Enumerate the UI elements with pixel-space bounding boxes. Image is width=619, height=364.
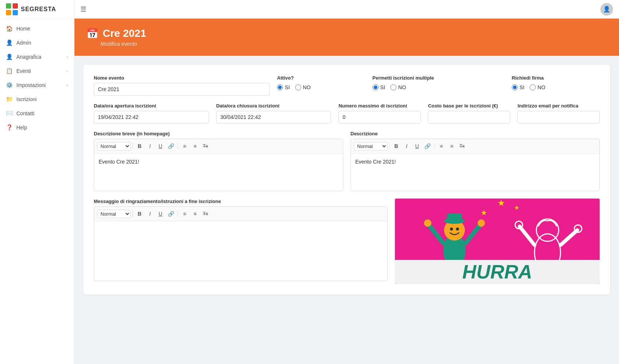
attivo-si-label[interactable]: SI [277,84,290,90]
contatti-icon: ✉️ [6,110,13,117]
descrizione-col: Descrizione Normal Heading 1 Heading 2 B… [351,131,600,191]
data-chiusura-input[interactable] [216,111,331,123]
format-select-1[interactable]: Normal Heading 1 Heading 2 [97,142,131,151]
costo-base-label: Costo base per le iscrizioni (€) [428,103,510,109]
permetti-no-label[interactable]: NO [390,84,406,90]
bold-button-2[interactable]: B [392,141,401,151]
clear-button-1[interactable]: Tx [201,141,210,151]
link-button-1[interactable]: 🔗 [166,141,176,151]
bold-button-3[interactable]: B [135,209,144,219]
svg-point-10 [424,219,431,227]
attivo-radio-group: SI NO [277,84,365,90]
ul-button-1[interactable]: ≡ [190,141,200,151]
hurra-image-col: HURRA ★ ★ ★ [395,199,600,284]
richiedi-no-label[interactable]: NO [530,84,545,90]
chevron-right-icon-impostazioni: › [67,83,68,87]
svg-point-14 [456,228,459,231]
svg-rect-2 [6,10,11,15]
logo-text: SEGRESTA [21,6,56,13]
permetti-si-label[interactable]: SI [373,84,385,90]
attivo-no-radio[interactable] [295,84,301,90]
ul-button-2[interactable]: ≡ [447,141,457,151]
sidebar-item-label-admin: Admin [16,40,31,46]
sidebar-item-contatti[interactable]: ✉️ Contatti [0,106,74,120]
permetti-group: Permetti iscrizioni multiple SI NO [373,75,504,90]
toolbar-sep-3 [389,143,390,149]
bold-button-1[interactable]: B [135,141,144,151]
toolbar-sep-1 [133,143,133,149]
costo-base-input[interactable] [428,111,510,123]
attivo-label: Attivo? [277,75,365,81]
format-select-2[interactable]: Normal Heading 1 Heading 2 [354,142,387,151]
attivo-group: Attivo? SI NO [277,75,365,90]
messaggio-label: Messaggio di ringraziamento/istruzioni a… [94,199,387,204]
clear-button-3[interactable]: Tx [201,209,210,219]
italic-button-2[interactable]: I [402,141,412,151]
link-button-3[interactable]: 🔗 [166,209,176,219]
attivo-no-label[interactable]: NO [295,84,311,90]
sidebar-item-iscrizioni[interactable]: 📁 Iscrizioni [0,92,74,106]
messaggio-body[interactable] [94,221,387,281]
attivo-si-radio[interactable] [277,84,283,90]
permetti-no-radio[interactable] [390,84,396,90]
richiedi-no-radio[interactable] [530,84,536,90]
sidebar-item-help[interactable]: ❓ Help [0,120,74,135]
svg-rect-8 [447,213,462,222]
sidebar-item-impostazioni[interactable]: ⚙️ Impostazioni › [0,78,74,92]
svg-text:★: ★ [481,209,487,217]
sidebar-item-label-iscrizioni: Iscrizioni [16,96,36,102]
editors-row: Descrizione breve (in homepage) Normal H… [94,131,600,191]
email-notifica-input[interactable] [517,111,600,123]
italic-button-3[interactable]: I [145,209,155,219]
sidebar-item-label-eventi: Eventi [16,68,31,74]
main-area: ☰ 👤 📅 Cre 2021 Modifica evento Nome even… [74,0,619,364]
italic-button-1[interactable]: I [145,141,155,151]
hamburger-button[interactable]: ☰ [80,5,86,13]
sidebar-item-admin[interactable]: 👤 Admin [0,36,74,50]
iscrizioni-icon: 📁 [6,96,13,103]
ol-button-3[interactable]: ≡ [180,209,189,219]
underline-button-3[interactable]: U [156,209,165,219]
toolbar-sep-4 [434,143,435,149]
sidebar-item-eventi[interactable]: 📋 Eventi › [0,64,74,78]
descrizione-breve-col: Descrizione breve (in homepage) Normal H… [94,131,343,191]
clear-button-2[interactable]: Tx [457,141,467,151]
sidebar-item-anagrafica[interactable]: 👤 Anagrafica › [0,50,74,64]
descrizione-breve-body[interactable]: Evento Cre 2021! [94,154,343,191]
svg-text:HURRA: HURRA [462,261,532,283]
calendar-icon: 📅 [86,28,98,39]
permetti-radio-group: SI NO [373,84,504,90]
ol-button-1[interactable]: ≡ [180,141,189,151]
ul-button-3[interactable]: ≡ [190,209,200,219]
hurra-svg: HURRA ★ ★ ★ [395,199,600,284]
underline-button-1[interactable]: U [156,141,165,151]
help-icon: ❓ [6,124,13,131]
nome-evento-input[interactable] [94,83,269,96]
numero-massimo-input[interactable] [338,111,421,123]
toolbar-sep-5 [133,210,133,217]
format-select-3[interactable]: Normal Heading 1 Heading 2 [97,210,131,218]
link-button-2[interactable]: 🔗 [423,141,433,151]
topbar-right: 👤 [600,3,613,16]
sidebar-item-home[interactable]: 🏠 Home [0,22,74,36]
avatar[interactable]: 👤 [600,3,613,16]
richiedi-label: Richiedi firma [512,75,600,81]
richiedi-si-radio[interactable] [512,84,518,90]
logo[interactable]: SEGRESTA [0,0,74,19]
numero-massimo-label: Numero massimo di iscrizioni [338,103,421,109]
topbar: ☰ 👤 [74,0,619,19]
nome-evento-label: Nome evento [94,75,269,81]
descrizione-breve-label: Descrizione breve (in homepage) [94,131,343,136]
underline-button-2[interactable]: U [412,141,422,151]
permetti-si-radio[interactable] [373,84,379,90]
richiedi-si-label[interactable]: SI [512,84,524,90]
richiedi-group: Richiedi firma SI NO [512,75,600,90]
descrizione-body[interactable]: Evento Cre 2021! [351,154,600,191]
ol-button-2[interactable]: ≡ [437,141,446,151]
data-apertura-input[interactable] [94,111,209,123]
sidebar-item-label-impostazioni: Impostazioni [16,82,46,88]
hurra-bg: HURRA ★ ★ ★ [395,199,600,284]
anagrafica-icon: 👤 [6,54,13,60]
form-card: Nome evento Attivo? SI NO Per [83,65,610,294]
messaggio-col: Messaggio di ringraziamento/istruzioni a… [94,199,387,284]
